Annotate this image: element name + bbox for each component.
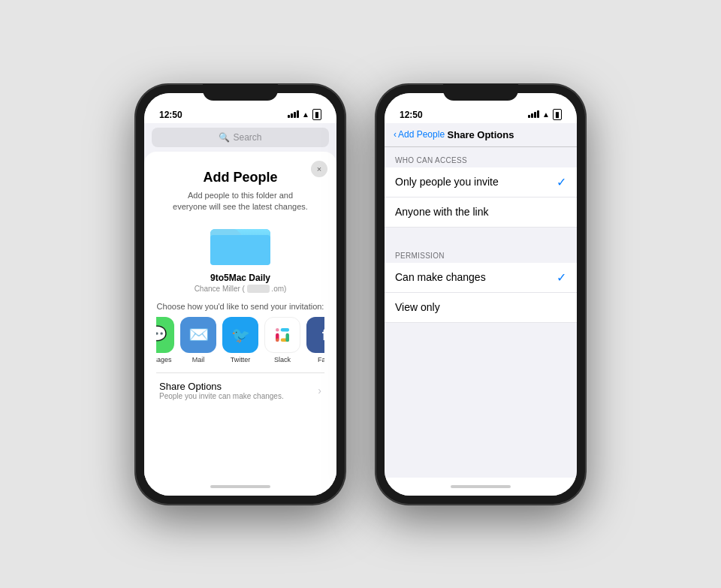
permission-section: PERMISSION Can make changes ✓ View only [385, 243, 577, 323]
share-options-sub: People you invite can make changes. [159, 392, 284, 400]
share-options-screen: WHO CAN ACCESS Only people you invite ✓ … [385, 147, 577, 478]
mail-icon: ✉️ [180, 317, 216, 353]
anyone-link-label: Anyone with the link [395, 206, 489, 218]
app-slack[interactable]: Slack [264, 317, 300, 363]
facebook-label: Fa... [318, 356, 324, 363]
folder-name: 9to5Mac Daily [156, 273, 324, 283]
share-options-text: Share Options People you invite can make… [159, 381, 284, 400]
can-make-changes-label: Can make changes [395, 271, 486, 283]
close-button[interactable]: × [311, 161, 327, 177]
view-only-label: View only [395, 301, 440, 313]
search-bar-area: 🔍 Search [144, 123, 336, 152]
permission-header: PERMISSION [385, 243, 577, 263]
notch-1 [203, 84, 278, 101]
can-make-changes-cell[interactable]: Can make changes ✓ [385, 263, 577, 293]
add-people-screen: × Add People Add people to this folder a… [144, 152, 336, 478]
only-invited-label: Only people you invite [395, 176, 499, 188]
messages-icon: 💬 [156, 317, 174, 353]
wifi-icon-2: ▲ [542, 110, 550, 119]
search-icon: 🔍 [219, 132, 230, 143]
sheet-title: Add People [156, 170, 324, 185]
chevron-right-icon: › [318, 384, 321, 397]
settings-list: WHO CAN ACCESS Only people you invite ✓ … [385, 147, 577, 478]
search-input[interactable]: 🔍 Search [152, 128, 329, 147]
anyone-link-cell[interactable]: Anyone with the link [385, 198, 577, 228]
phone-1: 12:50 ▲ ▮ 🔍 Search [135, 84, 345, 505]
phone-2: 12:50 ▲ ▮ ‹ Add People [376, 84, 586, 505]
svg-rect-7 [276, 328, 279, 331]
view-only-cell[interactable]: View only [385, 293, 577, 323]
twitter-icon: 🐦 [222, 317, 258, 353]
home-bar-2 [451, 485, 511, 488]
facebook-icon: f [306, 317, 324, 353]
battery-icon-2: ▮ [553, 109, 562, 120]
wifi-icon: ▲ [302, 110, 309, 119]
time-2: 12:50 [400, 110, 423, 120]
folder-icon [210, 222, 270, 267]
app-mail[interactable]: ✉️ Mail [180, 317, 216, 363]
only-invited-check: ✓ [557, 175, 566, 189]
search-placeholder: Search [233, 132, 261, 143]
home-indicator-2 [385, 478, 577, 496]
time-1: 12:50 [159, 110, 183, 120]
nav-bar: ‹ Add People Share Options [385, 123, 577, 147]
app-facebook[interactable]: f Fa... [306, 317, 324, 363]
status-icons-1: ▲ ▮ [288, 109, 321, 120]
chevron-left-icon: ‹ [394, 129, 397, 140]
app-messages[interactable]: 💬 Messages [156, 317, 174, 363]
svg-rect-2 [210, 235, 270, 265]
add-people-sheet: × Add People Add people to this folder a… [144, 152, 336, 478]
notch-2 [443, 84, 518, 101]
battery-icon: ▮ [312, 109, 321, 120]
svg-rect-8 [285, 328, 288, 331]
slack-label: Slack [274, 356, 291, 363]
mail-label: Mail [192, 356, 205, 363]
who-can-access-section: WHO CAN ACCESS Only people you invite ✓ … [385, 147, 577, 228]
section-gap [385, 228, 577, 243]
back-button[interactable]: ‹ Add People [394, 129, 445, 140]
only-invited-cell[interactable]: Only people you invite ✓ [385, 167, 577, 198]
home-indicator-1 [144, 478, 336, 496]
share-apps-row: 💬 Messages ✉️ Mail 🐦 [156, 317, 324, 363]
signal-icon [288, 110, 299, 118]
sheet-subtitle: Add people to this folder and everyone w… [156, 190, 324, 213]
signal-icon-2 [528, 110, 539, 118]
folder-icon-container [156, 222, 324, 267]
svg-rect-10 [285, 339, 288, 342]
back-label: Add People [398, 129, 445, 140]
status-icons-2: ▲ ▮ [528, 109, 562, 120]
messages-label: Messages [156, 356, 172, 363]
slack-icon [264, 317, 300, 353]
who-can-access-header: WHO CAN ACCESS [385, 147, 577, 167]
svg-rect-9 [276, 339, 279, 342]
nav-title: Share Options [448, 129, 514, 140]
close-icon: × [317, 164, 321, 173]
app-twitter[interactable]: 🐦 Twitter [222, 317, 258, 363]
folder-owner: Chance Miller ( .om) [156, 285, 324, 293]
share-options-row[interactable]: Share Options People you invite can make… [156, 372, 324, 408]
share-options-title: Share Options [159, 381, 284, 392]
invite-label: Choose how you'd like to send your invit… [156, 302, 324, 311]
twitter-label: Twitter [231, 356, 251, 363]
can-make-changes-check: ✓ [557, 270, 566, 285]
home-bar-1 [210, 485, 270, 488]
